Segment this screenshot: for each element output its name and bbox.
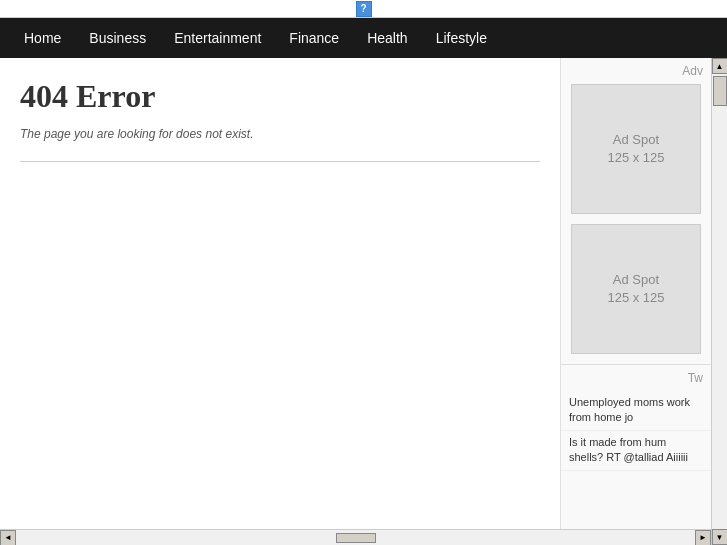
scroll-thumb[interactable]: [713, 76, 727, 106]
bottom-scrollbar[interactable]: ◄ ►: [0, 529, 711, 545]
sidebar: Adv Ad Spot 125 x 125 Ad Spot 125 x 125 …: [561, 58, 711, 545]
divider: [20, 161, 540, 162]
ad-spot-2[interactable]: Ad Spot 125 x 125: [571, 224, 701, 354]
nav-finance[interactable]: Finance: [275, 18, 353, 58]
tweet-2: Is it made from hum shells? RT @talliad …: [561, 431, 711, 471]
ad-spot-1[interactable]: Ad Spot 125 x 125: [571, 84, 701, 214]
ad-spot-1-size: 125 x 125: [607, 149, 664, 167]
help-icon[interactable]: ?: [356, 1, 372, 17]
navigation: Home Business Entertainment Finance Heal…: [0, 18, 727, 58]
nav-lifestyle[interactable]: Lifestyle: [422, 18, 501, 58]
ad-spot-2-size: 125 x 125: [607, 289, 664, 307]
nav-health[interactable]: Health: [353, 18, 421, 58]
top-bar: ?: [0, 0, 727, 18]
scroll-down-button[interactable]: ▼: [712, 529, 728, 545]
ad-spot-1-label: Ad Spot: [613, 131, 659, 149]
scroll-up-button[interactable]: ▲: [712, 58, 728, 74]
ad-spot-2-label: Ad Spot: [613, 271, 659, 289]
nav-home[interactable]: Home: [10, 18, 75, 58]
nav-entertainment[interactable]: Entertainment: [160, 18, 275, 58]
tweets-header: Tw: [561, 364, 711, 391]
error-message: The page you are looking for does not ex…: [20, 127, 540, 141]
adv-header: Adv: [561, 58, 711, 84]
main-layout: 404 Error The page you are looking for d…: [0, 58, 727, 545]
scroll-right-button[interactable]: ►: [695, 530, 711, 546]
tweet-1: Unemployed moms work from home jo: [561, 391, 711, 431]
content-area: 404 Error The page you are looking for d…: [0, 58, 561, 545]
scrollbar-right[interactable]: ▲ ▼: [711, 58, 727, 545]
scroll-left-button[interactable]: ◄: [0, 530, 16, 546]
scroll-track: [16, 530, 695, 546]
scroll-grip[interactable]: [336, 533, 376, 543]
error-title: 404 Error: [20, 78, 540, 115]
nav-business[interactable]: Business: [75, 18, 160, 58]
